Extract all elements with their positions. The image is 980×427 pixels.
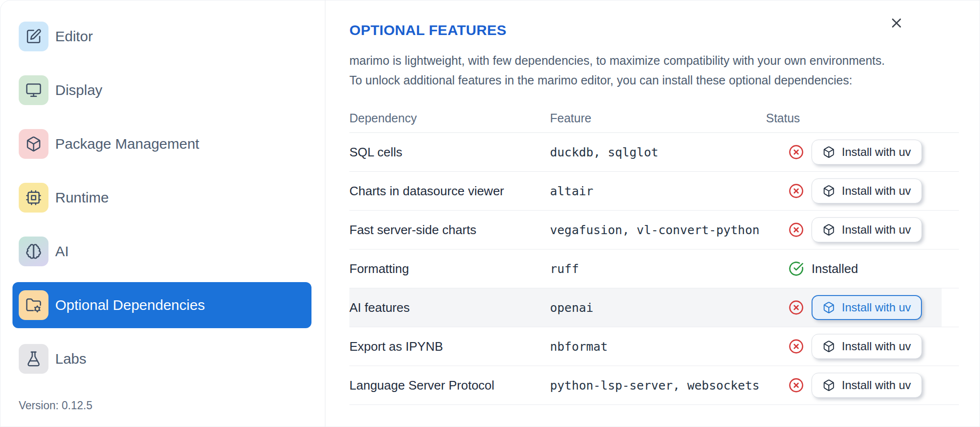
x-circle-icon <box>789 183 804 199</box>
description-line-2: To unlock additional features in the mar… <box>349 71 959 90</box>
flask-icon <box>19 344 48 374</box>
table-body: SQL cellsduckdb, sqlglotInstall with uvC… <box>349 133 959 405</box>
package-icon <box>823 146 835 158</box>
sidebar-item-labs[interactable]: Labs <box>12 336 311 382</box>
table-row-export-as-ipynb: Export as IPYNBnbformatInstall with uv <box>349 327 959 366</box>
install-button-label: Install with uv <box>842 301 911 314</box>
sidebar-item-editor[interactable]: Editor <box>12 13 311 59</box>
edit-icon <box>19 22 48 51</box>
dependency-cell: Fast server-side charts <box>349 223 550 237</box>
x-circle-icon <box>789 300 804 315</box>
package-icon <box>823 301 835 314</box>
feature-cell: openai <box>550 301 766 315</box>
install-button-label: Install with uv <box>842 184 911 198</box>
package-icon <box>823 340 835 353</box>
package-icon <box>823 185 835 197</box>
dependencies-table: Dependency Feature Status SQL cellsduckd… <box>349 104 959 405</box>
feature-cell: altair <box>550 184 766 198</box>
status-cell: Install with uv <box>766 373 959 398</box>
dependency-cell: Charts in datasource viewer <box>349 184 550 199</box>
install-with-uv-button[interactable]: Install with uv <box>812 373 922 398</box>
page-title: OPTIONAL FEATURES <box>349 22 959 38</box>
install-button-label: Install with uv <box>842 223 911 237</box>
status-cell: Install with uv <box>766 217 959 242</box>
table-row-charts-in-datasource-viewer: Charts in datasource vieweraltairInstall… <box>349 172 959 211</box>
close-icon <box>889 15 904 32</box>
status-cell: Install with uv <box>766 295 959 320</box>
sidebar-item-runtime[interactable]: Runtime <box>12 175 311 221</box>
sidebar-item-label: Runtime <box>55 190 109 206</box>
install-with-uv-button[interactable]: Install with uv <box>812 217 922 242</box>
column-header-dependency: Dependency <box>349 111 550 125</box>
install-button-label: Install with uv <box>842 340 911 353</box>
folder-cog-icon <box>19 290 48 320</box>
feature-cell: python-lsp-server, websockets <box>550 379 766 392</box>
display-icon <box>19 75 48 105</box>
table-row-formatting: FormattingruffInstalled <box>349 249 959 288</box>
dependency-cell: Export as IPYNB <box>349 339 550 354</box>
sidebar-item-label: Labs <box>55 351 86 367</box>
sidebar-item-package-management[interactable]: Package Management <box>12 121 311 167</box>
package-icon <box>823 224 835 236</box>
x-circle-icon <box>789 339 804 354</box>
installed-status-label: Installed <box>812 261 858 276</box>
brain-icon <box>19 237 48 266</box>
optional-features-panel: OPTIONAL FEATURES marimo is lightweight,… <box>325 0 980 427</box>
settings-sidebar: EditorDisplayPackage ManagementRuntimeAI… <box>0 0 325 427</box>
column-header-feature: Feature <box>550 111 766 125</box>
feature-cell: ruff <box>550 262 766 276</box>
status-cell: Install with uv <box>766 334 959 359</box>
sidebar-item-label: Package Management <box>55 136 199 152</box>
sidebar-item-label: Editor <box>55 28 93 45</box>
dependency-cell: AI features <box>349 300 550 315</box>
status-cell: Install with uv <box>766 178 959 203</box>
install-with-uv-button[interactable]: Install with uv <box>812 178 922 203</box>
install-with-uv-button[interactable]: Install with uv <box>812 140 922 165</box>
column-header-status: Status <box>766 111 959 125</box>
version-label: Version: 0.12.5 <box>19 399 92 412</box>
feature-cell: nbformat <box>550 340 766 354</box>
status-cell: Installed <box>766 261 959 276</box>
sidebar-item-display[interactable]: Display <box>12 67 311 113</box>
sidebar-item-label: AI <box>55 243 69 260</box>
feature-cell: duckdb, sqlglot <box>550 145 766 159</box>
install-with-uv-button[interactable]: Install with uv <box>812 334 922 359</box>
table-row-language-server-protocol: Language Server Protocolpython-lsp-serve… <box>349 366 959 405</box>
sidebar-item-optional-dependencies[interactable]: Optional Dependencies <box>12 282 311 328</box>
check-circle-icon <box>789 261 804 276</box>
install-button-label: Install with uv <box>842 145 911 159</box>
x-circle-icon <box>789 144 804 160</box>
dependency-cell: SQL cells <box>349 145 550 160</box>
sidebar-item-label: Display <box>55 82 102 98</box>
package-icon <box>823 379 835 391</box>
sidebar-item-ai[interactable]: AI <box>12 228 311 274</box>
feature-cell: vegafusion, vl-convert-python <box>550 223 766 237</box>
table-row-sql-cells: SQL cellsduckdb, sqlglotInstall with uv <box>349 133 959 172</box>
settings-dialog: EditorDisplayPackage ManagementRuntimeAI… <box>0 0 980 427</box>
dependency-cell: Formatting <box>349 261 550 276</box>
description-line-1: marimo is lightweight, with few dependen… <box>349 51 959 71</box>
package-icon <box>19 129 48 159</box>
sidebar-nav: EditorDisplayPackage ManagementRuntimeAI… <box>12 13 325 382</box>
x-circle-icon <box>789 378 804 393</box>
dependency-cell: Language Server Protocol <box>349 378 550 393</box>
cpu-icon <box>19 183 48 213</box>
status-cell: Install with uv <box>766 140 959 165</box>
install-with-uv-button[interactable]: Install with uv <box>812 295 922 320</box>
table-row-fast-server-side-charts: Fast server-side chartsvegafusion, vl-co… <box>349 211 959 249</box>
table-header-row: Dependency Feature Status <box>349 104 959 133</box>
close-button[interactable] <box>886 13 907 34</box>
table-row-ai-features: AI featuresopenaiInstall with uv <box>349 288 959 327</box>
x-circle-icon <box>789 222 804 237</box>
description: marimo is lightweight, with few dependen… <box>349 51 959 90</box>
sidebar-item-label: Optional Dependencies <box>55 297 205 313</box>
install-button-label: Install with uv <box>842 379 911 392</box>
